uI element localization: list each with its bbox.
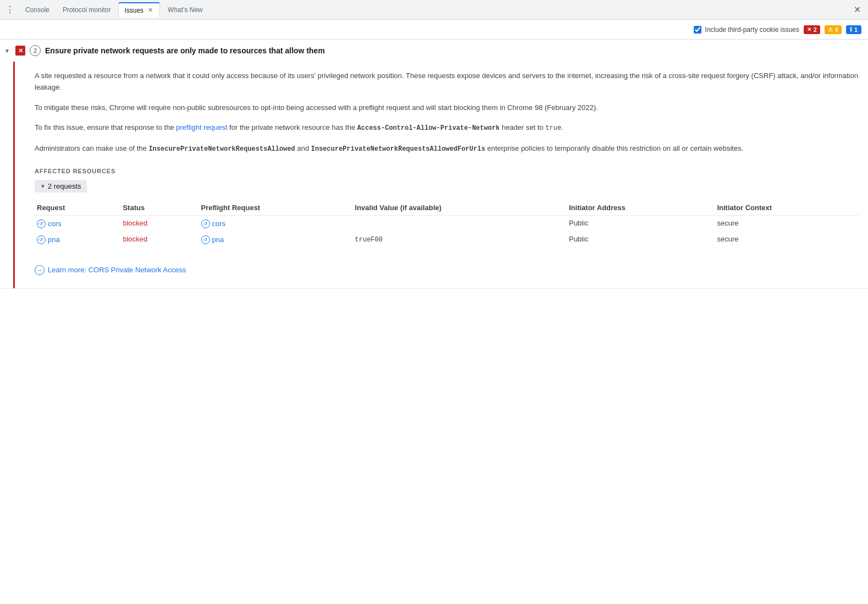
devtools-close-button[interactable]: ✕ [850, 3, 864, 17]
resources-table: Request Status Preflight Request Invalid… [35, 200, 859, 248]
col-header-status: Status [120, 200, 198, 216]
error-icon: ✕ [15, 46, 25, 56]
issue-title: Ensure private network requests are only… [45, 46, 325, 55]
admin-code1: InsecurePrivateNetworkRequestsAllowed [148, 145, 295, 153]
preflight-link[interactable]: ↺ pna [201, 235, 224, 244]
col-invalid-label: Invalid Value (if available) [355, 204, 442, 212]
col-request-label: Request [37, 204, 65, 212]
issue-para-admin: Administrators can make use of the Insec… [35, 143, 859, 155]
warning-badge: ⚠ 0 [825, 25, 842, 34]
cell-invalid-value: trueF00 [353, 232, 567, 248]
tab-protocol-monitor[interactable]: Protocol monitor [57, 2, 116, 18]
col-initiator-addr-label: Initiator Address [569, 204, 626, 212]
tab-whats-new-label: What's New [168, 6, 203, 14]
request-icon: ↺ [37, 219, 46, 228]
tab-protocol-monitor-label: Protocol monitor [63, 6, 110, 14]
col-header-invalid-value: Invalid Value (if available) [353, 200, 567, 216]
table-header-row: Request Status Preflight Request Invalid… [35, 200, 859, 216]
error-count: 2 [814, 26, 817, 33]
cell-status: blocked [120, 215, 198, 232]
tab-bar: ⋮ Console Protocol monitor Issues ✕ What… [0, 0, 868, 20]
third-party-cookie-toggle[interactable]: Include third-party cookie issues [694, 26, 799, 34]
preflight-icon: ↺ [201, 219, 210, 228]
issue-body: A site requested a resource from a netwo… [13, 62, 868, 288]
third-party-cookie-label: Include third-party cookie issues [705, 26, 799, 34]
status-value: blocked [123, 235, 147, 243]
issues-panel[interactable]: ▼ ✕ 2 Ensure private network requests ar… [0, 40, 868, 604]
col-header-preflight: Preflight Request [199, 200, 353, 216]
cell-request: ↺ pna [35, 232, 120, 248]
col-initiator-ctx-label: Initiator Context [717, 204, 772, 212]
error-badge: ✕ 2 [804, 25, 820, 34]
status-value: blocked [123, 219, 147, 227]
invalid-value: trueF00 [355, 236, 383, 244]
issue-group: ▼ ✕ 2 Ensure private network requests ar… [0, 40, 868, 289]
third-party-cookie-checkbox[interactable] [694, 26, 701, 34]
admin-middle: and [295, 144, 311, 152]
tab-issues-close[interactable]: ✕ [147, 6, 154, 14]
fix-end: . [561, 123, 563, 131]
tab-issues-label: Issues [124, 7, 143, 14]
tab-console[interactable]: Console [20, 2, 55, 18]
learn-more-icon: → [35, 265, 45, 275]
issue-description: A site requested a resource from a netwo… [35, 62, 859, 163]
col-preflight-label: Preflight Request [201, 204, 261, 212]
requests-toggle-label: 2 requests [48, 182, 81, 190]
request-link[interactable]: ↺ pna [37, 235, 60, 244]
learn-more-section: → Learn more: CORS Private Network Acces… [35, 256, 859, 288]
issues-toolbar: Include third-party cookie issues ✕ 2 ⚠ … [0, 20, 868, 40]
cell-preflight: ↺ pna [199, 232, 353, 248]
admin-suffix: enterprise policies to temporarily disab… [485, 144, 744, 152]
cell-initiator-address: Public [567, 215, 715, 232]
issue-header[interactable]: ▼ ✕ 2 Ensure private network requests ar… [0, 40, 868, 62]
access-control-code: Access-Control-Allow-Private-Network [357, 124, 500, 132]
cell-preflight: ↺ cors [199, 215, 353, 232]
col-header-initiator-addr: Initiator Address [567, 200, 715, 216]
requests-chevron-icon: ▼ [40, 183, 46, 189]
table-row: ↺ corsblocked↺ corsPublicsecure [35, 215, 859, 232]
warning-count: 0 [835, 26, 838, 33]
fix-prefix: To fix this issue, ensure that response … [35, 123, 176, 131]
col-status-label: Status [123, 204, 145, 212]
col-header-initiator-ctx: Initiator Context [715, 200, 859, 216]
issue-count-badge: 2 [30, 45, 41, 56]
admin-code2: InsecurePrivateNetworkRequestsAllowedFor… [311, 145, 485, 153]
preflight-request-link[interactable]: preflight request [176, 123, 227, 131]
learn-more-link[interactable]: → Learn more: CORS Private Network Acces… [35, 265, 186, 275]
main-content: ▼ ✕ 2 Ensure private network requests ar… [0, 40, 868, 604]
cell-initiator-address: Public [567, 232, 715, 248]
request-icon: ↺ [37, 235, 46, 244]
fix-suffix: for the private network resource has the [228, 123, 357, 131]
issue-para-1-text: A site requested a resource from a netwo… [35, 72, 858, 91]
issue-para-1: A site requested a resource from a netwo… [35, 70, 859, 94]
more-tabs-button[interactable]: ⋮ [4, 4, 15, 15]
table-row: ↺ pnablocked↺ pnatrueF00Publicsecure [35, 232, 859, 248]
issue-para-2: To mitigate these risks, Chrome will req… [35, 102, 859, 114]
cell-request: ↺ cors [35, 215, 120, 232]
true-code: true [545, 124, 561, 132]
admin-prefix: Administrators can make use of the [35, 144, 148, 152]
cell-initiator-context: secure [715, 232, 859, 248]
preflight-link[interactable]: ↺ cors [201, 219, 226, 228]
info-badge: ℹ 1 [846, 25, 861, 34]
preflight-icon: ↺ [201, 235, 210, 244]
info-count: 1 [854, 26, 858, 33]
fix-code2: header set to [500, 123, 545, 131]
affected-resources-label: AFFECTED RESOURCES [35, 168, 859, 174]
col-header-request: Request [35, 200, 120, 216]
cell-invalid-value [353, 215, 567, 232]
tab-console-label: Console [25, 6, 49, 14]
requests-toggle[interactable]: ▼ 2 requests [35, 180, 87, 193]
cell-initiator-context: secure [715, 215, 859, 232]
request-link[interactable]: ↺ cors [37, 219, 62, 228]
cell-status: blocked [120, 232, 198, 248]
preflight-link-text: preflight request [176, 123, 227, 131]
tab-issues[interactable]: Issues ✕ [118, 2, 160, 18]
issue-para-fix: To fix this issue, ensure that response … [35, 122, 859, 134]
collapse-chevron-icon: ▼ [4, 48, 11, 54]
issue-para-2-text: To mitigate these risks, Chrome will req… [35, 103, 598, 112]
tab-whats-new[interactable]: What's New [162, 2, 208, 18]
learn-more-text: Learn more: CORS Private Network Access [48, 266, 186, 274]
